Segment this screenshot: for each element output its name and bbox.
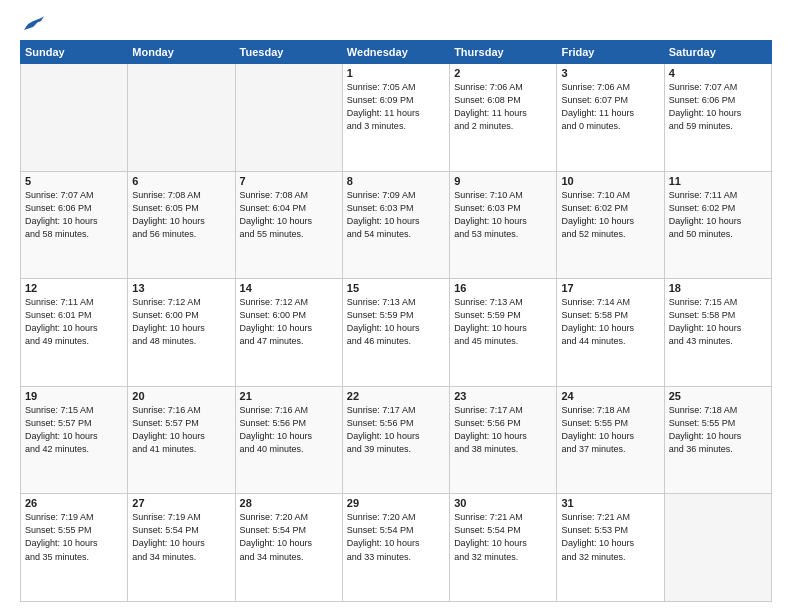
calendar-cell: 8Sunrise: 7:09 AM Sunset: 6:03 PM Daylig… — [342, 171, 449, 279]
day-info: Sunrise: 7:15 AM Sunset: 5:58 PM Dayligh… — [669, 296, 767, 348]
day-info: Sunrise: 7:06 AM Sunset: 6:08 PM Dayligh… — [454, 81, 552, 133]
day-info: Sunrise: 7:05 AM Sunset: 6:09 PM Dayligh… — [347, 81, 445, 133]
calendar-cell: 12Sunrise: 7:11 AM Sunset: 6:01 PM Dayli… — [21, 279, 128, 387]
page: SundayMondayTuesdayWednesdayThursdayFrid… — [0, 0, 792, 612]
calendar-cell: 15Sunrise: 7:13 AM Sunset: 5:59 PM Dayli… — [342, 279, 449, 387]
day-info: Sunrise: 7:16 AM Sunset: 5:56 PM Dayligh… — [240, 404, 338, 456]
day-info: Sunrise: 7:10 AM Sunset: 6:02 PM Dayligh… — [561, 189, 659, 241]
day-info: Sunrise: 7:06 AM Sunset: 6:07 PM Dayligh… — [561, 81, 659, 133]
day-number: 22 — [347, 390, 445, 402]
calendar-cell: 20Sunrise: 7:16 AM Sunset: 5:57 PM Dayli… — [128, 386, 235, 494]
day-number: 25 — [669, 390, 767, 402]
day-number: 13 — [132, 282, 230, 294]
day-number: 2 — [454, 67, 552, 79]
day-number: 12 — [25, 282, 123, 294]
calendar-cell: 22Sunrise: 7:17 AM Sunset: 5:56 PM Dayli… — [342, 386, 449, 494]
calendar-week-row: 1Sunrise: 7:05 AM Sunset: 6:09 PM Daylig… — [21, 64, 772, 172]
calendar-day-header: Wednesday — [342, 41, 449, 64]
calendar-cell: 5Sunrise: 7:07 AM Sunset: 6:06 PM Daylig… — [21, 171, 128, 279]
day-number: 20 — [132, 390, 230, 402]
day-number: 23 — [454, 390, 552, 402]
day-info: Sunrise: 7:11 AM Sunset: 6:01 PM Dayligh… — [25, 296, 123, 348]
day-number: 26 — [25, 497, 123, 509]
day-info: Sunrise: 7:08 AM Sunset: 6:05 PM Dayligh… — [132, 189, 230, 241]
day-info: Sunrise: 7:19 AM Sunset: 5:54 PM Dayligh… — [132, 511, 230, 563]
day-number: 11 — [669, 175, 767, 187]
calendar-cell — [664, 494, 771, 602]
day-number: 1 — [347, 67, 445, 79]
day-info: Sunrise: 7:16 AM Sunset: 5:57 PM Dayligh… — [132, 404, 230, 456]
day-info: Sunrise: 7:07 AM Sunset: 6:06 PM Dayligh… — [25, 189, 123, 241]
calendar-header-row: SundayMondayTuesdayWednesdayThursdayFrid… — [21, 41, 772, 64]
day-info: Sunrise: 7:13 AM Sunset: 5:59 PM Dayligh… — [454, 296, 552, 348]
calendar-cell: 6Sunrise: 7:08 AM Sunset: 6:05 PM Daylig… — [128, 171, 235, 279]
day-info: Sunrise: 7:08 AM Sunset: 6:04 PM Dayligh… — [240, 189, 338, 241]
day-info: Sunrise: 7:17 AM Sunset: 5:56 PM Dayligh… — [454, 404, 552, 456]
day-number: 7 — [240, 175, 338, 187]
day-number: 4 — [669, 67, 767, 79]
calendar-cell: 14Sunrise: 7:12 AM Sunset: 6:00 PM Dayli… — [235, 279, 342, 387]
calendar-day-header: Saturday — [664, 41, 771, 64]
calendar-week-row: 19Sunrise: 7:15 AM Sunset: 5:57 PM Dayli… — [21, 386, 772, 494]
day-number: 29 — [347, 497, 445, 509]
calendar-cell: 11Sunrise: 7:11 AM Sunset: 6:02 PM Dayli… — [664, 171, 771, 279]
calendar-cell: 30Sunrise: 7:21 AM Sunset: 5:54 PM Dayli… — [450, 494, 557, 602]
day-info: Sunrise: 7:14 AM Sunset: 5:58 PM Dayligh… — [561, 296, 659, 348]
day-number: 5 — [25, 175, 123, 187]
calendar-cell — [21, 64, 128, 172]
day-number: 16 — [454, 282, 552, 294]
calendar-cell: 31Sunrise: 7:21 AM Sunset: 5:53 PM Dayli… — [557, 494, 664, 602]
day-number: 15 — [347, 282, 445, 294]
day-number: 21 — [240, 390, 338, 402]
day-info: Sunrise: 7:21 AM Sunset: 5:54 PM Dayligh… — [454, 511, 552, 563]
day-number: 27 — [132, 497, 230, 509]
calendar-cell — [235, 64, 342, 172]
calendar-week-row: 5Sunrise: 7:07 AM Sunset: 6:06 PM Daylig… — [21, 171, 772, 279]
day-info: Sunrise: 7:13 AM Sunset: 5:59 PM Dayligh… — [347, 296, 445, 348]
day-number: 9 — [454, 175, 552, 187]
logo-bird-icon — [22, 16, 44, 34]
calendar-cell — [128, 64, 235, 172]
calendar-week-row: 12Sunrise: 7:11 AM Sunset: 6:01 PM Dayli… — [21, 279, 772, 387]
calendar-week-row: 26Sunrise: 7:19 AM Sunset: 5:55 PM Dayli… — [21, 494, 772, 602]
day-number: 6 — [132, 175, 230, 187]
day-info: Sunrise: 7:20 AM Sunset: 5:54 PM Dayligh… — [240, 511, 338, 563]
calendar-cell: 19Sunrise: 7:15 AM Sunset: 5:57 PM Dayli… — [21, 386, 128, 494]
day-info: Sunrise: 7:12 AM Sunset: 6:00 PM Dayligh… — [240, 296, 338, 348]
calendar-cell: 3Sunrise: 7:06 AM Sunset: 6:07 PM Daylig… — [557, 64, 664, 172]
day-number: 24 — [561, 390, 659, 402]
day-info: Sunrise: 7:20 AM Sunset: 5:54 PM Dayligh… — [347, 511, 445, 563]
day-info: Sunrise: 7:09 AM Sunset: 6:03 PM Dayligh… — [347, 189, 445, 241]
calendar-day-header: Thursday — [450, 41, 557, 64]
day-info: Sunrise: 7:18 AM Sunset: 5:55 PM Dayligh… — [669, 404, 767, 456]
calendar-day-header: Friday — [557, 41, 664, 64]
calendar-cell: 28Sunrise: 7:20 AM Sunset: 5:54 PM Dayli… — [235, 494, 342, 602]
calendar-day-header: Tuesday — [235, 41, 342, 64]
day-number: 17 — [561, 282, 659, 294]
day-info: Sunrise: 7:11 AM Sunset: 6:02 PM Dayligh… — [669, 189, 767, 241]
day-info: Sunrise: 7:19 AM Sunset: 5:55 PM Dayligh… — [25, 511, 123, 563]
calendar-cell: 9Sunrise: 7:10 AM Sunset: 6:03 PM Daylig… — [450, 171, 557, 279]
calendar-cell: 29Sunrise: 7:20 AM Sunset: 5:54 PM Dayli… — [342, 494, 449, 602]
calendar-cell: 13Sunrise: 7:12 AM Sunset: 6:00 PM Dayli… — [128, 279, 235, 387]
calendar-cell: 21Sunrise: 7:16 AM Sunset: 5:56 PM Dayli… — [235, 386, 342, 494]
day-info: Sunrise: 7:10 AM Sunset: 6:03 PM Dayligh… — [454, 189, 552, 241]
calendar-day-header: Monday — [128, 41, 235, 64]
day-info: Sunrise: 7:21 AM Sunset: 5:53 PM Dayligh… — [561, 511, 659, 563]
calendar-cell: 27Sunrise: 7:19 AM Sunset: 5:54 PM Dayli… — [128, 494, 235, 602]
calendar-cell: 16Sunrise: 7:13 AM Sunset: 5:59 PM Dayli… — [450, 279, 557, 387]
calendar-cell: 23Sunrise: 7:17 AM Sunset: 5:56 PM Dayli… — [450, 386, 557, 494]
calendar-day-header: Sunday — [21, 41, 128, 64]
calendar-cell: 17Sunrise: 7:14 AM Sunset: 5:58 PM Dayli… — [557, 279, 664, 387]
day-number: 14 — [240, 282, 338, 294]
calendar-cell: 25Sunrise: 7:18 AM Sunset: 5:55 PM Dayli… — [664, 386, 771, 494]
day-info: Sunrise: 7:17 AM Sunset: 5:56 PM Dayligh… — [347, 404, 445, 456]
day-info: Sunrise: 7:18 AM Sunset: 5:55 PM Dayligh… — [561, 404, 659, 456]
day-info: Sunrise: 7:15 AM Sunset: 5:57 PM Dayligh… — [25, 404, 123, 456]
calendar-cell: 10Sunrise: 7:10 AM Sunset: 6:02 PM Dayli… — [557, 171, 664, 279]
logo — [20, 16, 44, 34]
day-number: 18 — [669, 282, 767, 294]
day-number: 30 — [454, 497, 552, 509]
day-number: 31 — [561, 497, 659, 509]
calendar-cell: 1Sunrise: 7:05 AM Sunset: 6:09 PM Daylig… — [342, 64, 449, 172]
